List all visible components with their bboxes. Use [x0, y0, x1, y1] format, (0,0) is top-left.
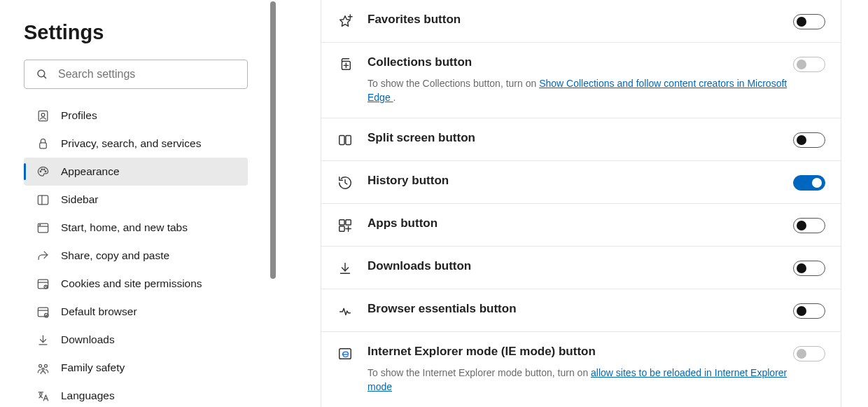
search-box[interactable] — [24, 60, 248, 89]
sidebar-scrollbar[interactable] — [270, 1, 276, 279]
toggle-apps[interactable] — [793, 218, 825, 233]
essentials-icon — [337, 303, 353, 319]
setting-row-favorites: Favorites button — [321, 0, 841, 43]
sidebar-item-label: Share, copy and paste — [61, 249, 169, 262]
toggle-splitscreen[interactable] — [793, 132, 825, 148]
svg-rect-4 — [40, 142, 47, 148]
history-icon — [337, 175, 353, 191]
sidebar-item-label: Profiles — [61, 109, 97, 122]
setting-sub: To show the Collections button, turn on … — [368, 76, 793, 105]
sidebar-item-label: Sidebar — [61, 193, 98, 206]
apps-icon — [337, 218, 353, 233]
svg-point-23 — [44, 364, 47, 367]
sidebar-item-default[interactable]: Default browser — [24, 298, 248, 326]
setting-row-collections: Collections buttonTo show the Collection… — [321, 43, 841, 118]
sidebar-item-label: Languages — [61, 389, 115, 402]
setting-label: Apps button — [368, 216, 793, 230]
page-title: Settings — [24, 21, 279, 44]
sidebar-item-label: Start, home, and new tabs — [61, 221, 188, 234]
toggle-favorites[interactable] — [793, 14, 825, 29]
sidebar-item-start[interactable]: Start, home, and new tabs — [24, 214, 248, 242]
svg-point-0 — [38, 70, 45, 77]
sidebar-item-profiles[interactable]: Profiles — [24, 102, 248, 130]
setting-row-downloads: Downloads button — [321, 247, 841, 289]
svg-rect-34 — [340, 226, 344, 231]
svg-point-5 — [40, 170, 41, 172]
svg-point-3 — [41, 113, 45, 116]
toggle-downloads[interactable] — [793, 261, 825, 276]
svg-rect-33 — [346, 219, 351, 224]
sidebar-item-label: Appearance — [61, 165, 120, 178]
setting-label: Collections button — [368, 55, 793, 69]
sidebar-item-languages[interactable]: Languages — [24, 382, 248, 407]
toggle-collections — [793, 57, 825, 72]
toggle-essentials[interactable] — [793, 303, 825, 319]
setting-row-splitscreen: Split screen button — [321, 118, 841, 161]
setting-sub-prefix: To show the Internet Explorer mode butto… — [368, 367, 591, 378]
toolbar-buttons-panel: Favorites buttonCollections buttonTo sho… — [321, 0, 841, 407]
setting-sub: To show the Internet Explorer mode butto… — [368, 366, 793, 394]
svg-point-8 — [45, 170, 46, 172]
sidebar-item-label: Family safety — [61, 361, 125, 374]
setting-label: Favorites button — [368, 13, 793, 27]
svg-point-13 — [40, 224, 41, 225]
downloads-icon — [337, 261, 353, 276]
appearance-icon — [36, 165, 50, 179]
sidebar-item-label: Downloads — [61, 333, 115, 346]
setting-label: Downloads button — [368, 259, 793, 273]
sidebar-item-privacy[interactable]: Privacy, search, and services — [24, 130, 248, 158]
settings-main: Favorites buttonCollections buttonTo sho… — [279, 0, 868, 407]
toggle-history[interactable] — [793, 175, 825, 191]
sidebar-item-family[interactable]: Family safety — [24, 354, 248, 382]
iemode-icon — [337, 346, 353, 361]
svg-point-7 — [43, 169, 45, 170]
settings-nav: ProfilesPrivacy, search, and servicesApp… — [24, 102, 248, 407]
svg-rect-32 — [340, 219, 344, 224]
sidebar-item-cookies[interactable]: Cookies and site permissions — [24, 270, 248, 298]
privacy-icon — [36, 137, 50, 151]
search-input[interactable] — [58, 68, 236, 81]
svg-rect-31 — [346, 135, 351, 144]
setting-row-history: History button — [321, 161, 841, 204]
sidebar-icon — [36, 193, 50, 207]
cookies-icon — [36, 277, 50, 291]
setting-label: Browser essentials button — [368, 302, 793, 316]
setting-row-apps: Apps button — [321, 204, 841, 247]
setting-sub-prefix: To show the Collections button, turn on — [368, 78, 539, 89]
svg-point-22 — [39, 364, 42, 367]
sidebar-item-share[interactable]: Share, copy and paste — [24, 242, 248, 270]
family-icon — [36, 361, 50, 375]
sidebar-item-appearance[interactable]: Appearance — [24, 158, 248, 186]
svg-rect-9 — [38, 195, 48, 205]
share-icon — [36, 249, 50, 263]
setting-label: History button — [368, 174, 793, 188]
favorites-icon — [337, 14, 353, 29]
svg-line-1 — [43, 76, 46, 78]
toggle-iemode — [793, 346, 825, 361]
default-icon — [36, 305, 50, 319]
profiles-icon — [36, 109, 50, 123]
search-icon — [36, 68, 48, 81]
setting-row-essentials: Browser essentials button — [321, 289, 841, 332]
svg-point-6 — [41, 169, 43, 170]
sidebar-item-downloads[interactable]: Downloads — [24, 326, 248, 354]
svg-point-24 — [42, 368, 44, 370]
setting-row-iemode: Internet Explorer mode (IE mode) buttonT… — [321, 332, 841, 407]
sidebar-item-label: Cookies and site permissions — [61, 277, 202, 290]
sidebar-item-label: Privacy, search, and services — [61, 137, 201, 150]
settings-sidebar: Settings ProfilesPrivacy, search, and se… — [0, 0, 279, 407]
setting-label: Split screen button — [368, 131, 793, 145]
svg-rect-30 — [340, 135, 344, 144]
languages-icon — [36, 389, 50, 403]
splitscreen-icon — [337, 132, 353, 148]
collections-icon — [337, 57, 353, 72]
start-icon — [36, 221, 50, 235]
sidebar-item-sidebar[interactable]: Sidebar — [24, 186, 248, 214]
setting-sub-suffix: . — [393, 92, 396, 103]
downloads-icon — [36, 333, 50, 347]
setting-label: Internet Explorer mode (IE mode) button — [368, 345, 793, 359]
sidebar-item-label: Default browser — [61, 305, 137, 318]
